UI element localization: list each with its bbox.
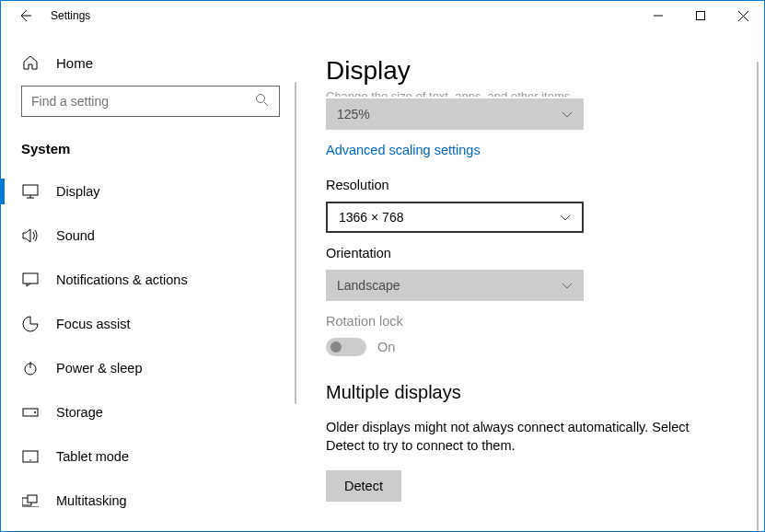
rotation-lock-toggle[interactable] bbox=[326, 338, 366, 356]
nav-label: Focus assist bbox=[56, 317, 131, 331]
home-icon bbox=[21, 54, 40, 71]
section-header: System bbox=[1, 135, 300, 169]
svg-rect-17 bbox=[28, 495, 37, 503]
nav-label: Notifications & actions bbox=[56, 272, 188, 287]
multiple-displays-text: Older displays might not always connect … bbox=[326, 418, 722, 456]
nav-item-tablet[interactable]: Tablet mode bbox=[1, 434, 300, 479]
display-icon bbox=[21, 184, 40, 199]
search-box[interactable] bbox=[21, 86, 280, 117]
home-label: Home bbox=[56, 55, 93, 71]
window-controls bbox=[637, 1, 764, 30]
search-icon bbox=[255, 93, 270, 110]
nav-item-notifications[interactable]: Notifications & actions bbox=[1, 258, 300, 302]
orientation-label: Orientation bbox=[326, 246, 738, 260]
svg-rect-1 bbox=[697, 12, 705, 20]
minimize-button[interactable] bbox=[637, 1, 679, 30]
resolution-value: 1366 × 768 bbox=[339, 210, 403, 225]
content-pane: Display Change the size of text, apps, a… bbox=[300, 30, 764, 531]
nav-label: Storage bbox=[56, 405, 103, 420]
nav-item-focus[interactable]: Focus assist bbox=[1, 302, 300, 346]
home-nav[interactable]: Home bbox=[1, 49, 300, 86]
nav-label: Tablet mode bbox=[56, 449, 129, 464]
nav-item-multitasking[interactable]: Multitasking bbox=[1, 479, 300, 523]
multitasking-icon bbox=[21, 494, 40, 507]
sidebar-scrollbar[interactable] bbox=[295, 82, 296, 404]
chevron-down-icon bbox=[560, 210, 571, 225]
nav-item-storage[interactable]: Storage bbox=[1, 390, 300, 434]
sidebar: Home System Display Sound Notificati bbox=[1, 30, 300, 531]
notifications-icon bbox=[21, 272, 40, 287]
advanced-scaling-link[interactable]: Advanced scaling settings bbox=[326, 143, 481, 157]
nav-label: Power & sleep bbox=[56, 361, 143, 376]
nav-label: Multitasking bbox=[56, 493, 127, 508]
maximize-button[interactable] bbox=[679, 1, 722, 30]
nav-item-display[interactable]: Display bbox=[1, 169, 300, 214]
close-button[interactable] bbox=[722, 1, 764, 30]
svg-point-4 bbox=[257, 95, 265, 103]
chevron-down-icon bbox=[562, 278, 573, 293]
svg-rect-9 bbox=[23, 273, 38, 283]
chevron-down-icon bbox=[562, 107, 573, 121]
scale-value: 125% bbox=[337, 107, 370, 121]
detect-button-label: Detect bbox=[344, 479, 383, 493]
svg-point-15 bbox=[29, 459, 31, 461]
orientation-dropdown[interactable]: Landscape bbox=[326, 270, 584, 301]
sound-icon bbox=[21, 228, 40, 243]
titlebar: Settings bbox=[1, 1, 764, 30]
content-scrollbar[interactable] bbox=[757, 62, 759, 531]
page-title: Display bbox=[326, 56, 738, 86]
svg-point-13 bbox=[34, 411, 36, 413]
resolution-dropdown[interactable]: 1366 × 768 bbox=[326, 202, 584, 233]
back-icon[interactable] bbox=[17, 8, 32, 23]
search-input[interactable] bbox=[31, 94, 255, 109]
svg-rect-6 bbox=[23, 185, 38, 195]
orientation-value: Landscape bbox=[337, 278, 400, 293]
svg-line-5 bbox=[264, 102, 268, 106]
window-title: Settings bbox=[51, 9, 90, 22]
nav-label: Sound bbox=[56, 228, 95, 243]
nav-item-sound[interactable]: Sound bbox=[1, 214, 300, 258]
multiple-displays-heading: Multiple displays bbox=[326, 382, 738, 403]
scale-dropdown[interactable]: 125% bbox=[326, 98, 584, 130]
detect-button[interactable]: Detect bbox=[326, 470, 401, 502]
rotation-lock-state: On bbox=[377, 340, 395, 354]
rotation-lock-label: Rotation lock bbox=[326, 314, 738, 329]
storage-icon bbox=[21, 408, 40, 417]
power-icon bbox=[21, 360, 40, 376]
focus-icon bbox=[21, 316, 40, 332]
tablet-icon bbox=[21, 450, 40, 463]
nav-label: Display bbox=[56, 184, 100, 199]
nav-item-power[interactable]: Power & sleep bbox=[1, 346, 300, 390]
truncated-text: Change the size of text, apps, and other… bbox=[326, 89, 738, 97]
resolution-label: Resolution bbox=[326, 178, 738, 192]
